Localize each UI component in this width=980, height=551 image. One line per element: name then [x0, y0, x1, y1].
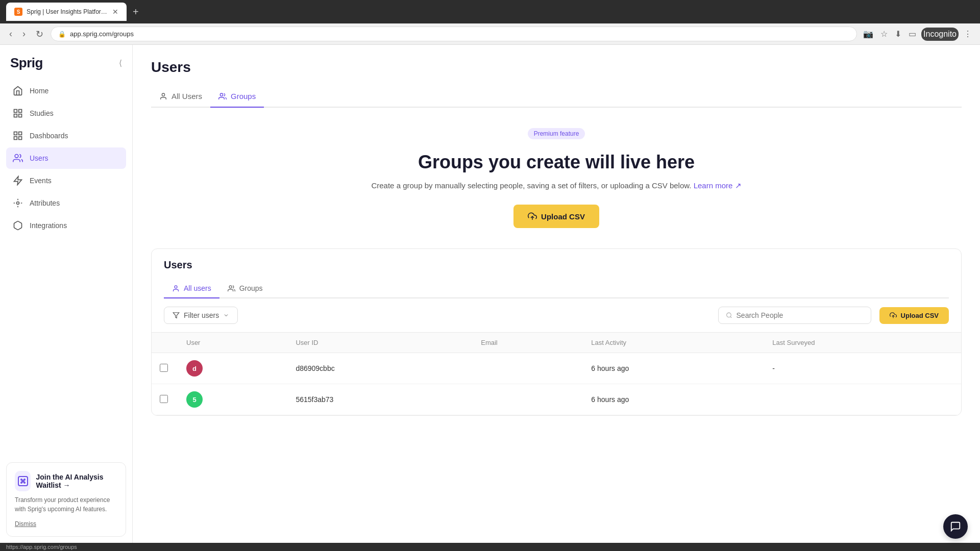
sidebar-item-attributes[interactable]: Attributes — [6, 192, 126, 214]
last-surveyed-cell — [764, 384, 961, 415]
upload-icon-table — [890, 312, 897, 319]
users-table: User User ID Email Last Activity Last Su… — [152, 332, 961, 415]
upload-csv-button-table[interactable]: Upload CSV — [879, 307, 949, 324]
events-icon — [12, 175, 23, 186]
device-icon[interactable]: ▭ — [906, 27, 918, 41]
last-activity-cell: 6 hours ago — [583, 384, 764, 415]
address-bar[interactable]: 🔒 app.sprig.com/groups — [51, 27, 857, 41]
row-checkbox-cell — [152, 384, 178, 415]
inner-panel-title: Users — [164, 259, 949, 271]
table-row[interactable]: d d86909cbbc 6 hours ago - — [152, 353, 961, 384]
tab-all-users-label: All Users — [172, 92, 202, 101]
col-checkbox — [152, 333, 178, 353]
url-text: app.sprig.com/groups — [70, 30, 134, 38]
chat-bubble-button[interactable] — [943, 514, 968, 539]
upload-csv-button-main[interactable]: Upload CSV — [513, 205, 599, 228]
svg-point-17 — [220, 93, 223, 96]
inner-tab-all-users-label: All users — [184, 284, 211, 292]
search-input[interactable] — [737, 311, 864, 319]
svg-line-23 — [730, 317, 731, 318]
filter-users-label: Filter users — [184, 311, 219, 319]
upload-icon-main — [528, 212, 537, 221]
groups-desc-text: Create a group by manually selecting peo… — [371, 181, 691, 190]
studies-icon — [12, 108, 23, 119]
svg-point-19 — [175, 285, 177, 288]
table-header-row: User User ID Email Last Activity Last Su… — [152, 333, 961, 353]
col-email: Email — [473, 333, 583, 353]
browser-chrome: S Sprig | User Insights Platform for... … — [0, 0, 980, 23]
sidebar-item-users-label: Users — [30, 154, 48, 162]
groups-description: Create a group by manually selecting peo… — [151, 181, 962, 190]
svg-rect-2 — [19, 114, 22, 117]
sprig-logo: Sprig — [10, 55, 43, 71]
home-icon — [12, 85, 23, 96]
sidebar-item-studies-label: Studies — [30, 109, 54, 117]
inner-tab-groups[interactable]: Groups — [219, 279, 271, 298]
forward-button[interactable]: › — [19, 27, 29, 41]
svg-marker-21 — [173, 313, 179, 318]
sidebar-item-events[interactable]: Events — [6, 170, 126, 191]
filter-chevron-icon — [223, 312, 229, 318]
tab-groups[interactable]: Groups — [210, 86, 264, 108]
inner-panel-header: Users All users — [152, 249, 961, 298]
sidebar-collapse-button[interactable]: ⟨ — [119, 58, 122, 68]
svg-rect-3 — [14, 114, 17, 117]
sidebar-item-integrations[interactable]: Integrations — [6, 215, 126, 236]
inner-tab-all-users[interactable]: All users — [164, 279, 219, 298]
row-checkbox[interactable] — [160, 364, 168, 372]
refresh-button[interactable]: ↻ — [33, 27, 46, 42]
lock-icon: 🔒 — [58, 31, 66, 38]
row-checkbox-cell — [152, 353, 178, 384]
sidebar: Sprig ⟨ Home — [0, 45, 133, 543]
integrations-icon — [12, 220, 23, 231]
attributes-icon — [12, 197, 23, 209]
sidebar-item-home[interactable]: Home — [6, 80, 126, 102]
sidebar-nav: Home Studies — [0, 76, 132, 456]
search-people-box[interactable] — [718, 307, 871, 324]
new-tab-button[interactable]: + — [131, 4, 141, 20]
tab-all-users[interactable]: All Users — [151, 86, 210, 108]
avatar: 5 — [186, 391, 203, 408]
users-icon — [12, 153, 23, 164]
page-tabs: All Users Groups — [151, 86, 962, 108]
back-button[interactable]: ‹ — [6, 27, 15, 41]
sidebar-item-studies[interactable]: Studies — [6, 103, 126, 124]
row-checkbox[interactable] — [160, 395, 168, 403]
ai-card-description: Transform your product experience with S… — [15, 495, 117, 514]
sidebar-item-users[interactable]: Users — [6, 147, 126, 169]
incognito-badge: Incognito — [921, 28, 959, 41]
svg-point-12 — [21, 479, 22, 480]
svg-point-8 — [15, 155, 18, 158]
learn-more-link[interactable]: Learn more — [694, 181, 742, 190]
bookmark-icon[interactable]: ☆ — [878, 27, 890, 41]
all-users-tab-icon — [159, 92, 167, 101]
svg-marker-9 — [14, 177, 22, 185]
table-row[interactable]: 5 5615f3ab73 6 hours ago — [152, 384, 961, 415]
dismiss-button[interactable]: Dismiss — [15, 520, 36, 528]
dashboards-icon — [12, 130, 23, 141]
download-icon[interactable]: ⬇ — [893, 27, 903, 41]
tab-close-button[interactable]: ✕ — [112, 8, 118, 16]
avatar: d — [186, 360, 203, 377]
camera-off-icon[interactable]: 📷 — [861, 27, 875, 41]
filter-users-button[interactable]: Filter users — [164, 307, 238, 324]
svg-point-15 — [24, 482, 25, 483]
last-activity-cell: 6 hours ago — [583, 353, 764, 384]
menu-icon[interactable]: ⋮ — [962, 27, 974, 41]
svg-rect-0 — [14, 110, 17, 113]
browser-tab[interactable]: S Sprig | User Insights Platform for... … — [6, 3, 127, 21]
inner-all-users-icon — [172, 285, 180, 292]
ai-card-icon — [15, 471, 31, 491]
groups-heading: Groups you create will live here — [151, 152, 962, 173]
sidebar-item-attributes-label: Attributes — [30, 199, 60, 207]
ai-card-title[interactable]: Join the AI Analysis Waitlist → — [36, 473, 117, 489]
svg-point-16 — [162, 93, 164, 96]
svg-rect-1 — [19, 110, 22, 113]
svg-rect-7 — [14, 137, 17, 140]
main-content: Users All Users Groups Prem — [133, 45, 980, 543]
email-cell — [473, 353, 583, 384]
status-bar: https://app.sprig.com/groups — [0, 543, 980, 551]
sidebar-item-dashboards[interactable]: Dashboards — [6, 125, 126, 146]
groups-tab-icon — [218, 92, 227, 101]
groups-empty-state: Premium feature Groups you create will l… — [133, 108, 980, 248]
